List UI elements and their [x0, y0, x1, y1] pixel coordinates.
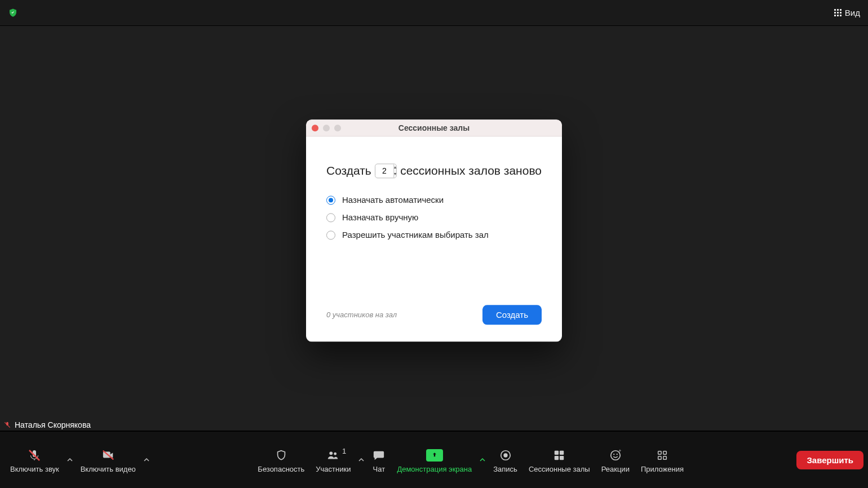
radio-unchecked-icon — [326, 213, 335, 222]
share-screen-button[interactable]: Демонстрация экрана — [391, 442, 477, 478]
apps-icon — [656, 448, 668, 463]
window-maximize-button[interactable] — [334, 125, 341, 131]
record-icon — [499, 448, 512, 463]
video-options-caret[interactable] — [141, 442, 152, 478]
view-button[interactable]: Вид — [834, 8, 860, 17]
apps-button[interactable]: Приложения — [635, 442, 689, 478]
svg-rect-17 — [658, 456, 662, 459]
reactions-label: Реакции — [601, 465, 630, 473]
apps-label: Приложения — [641, 465, 684, 473]
breakout-label: Сессионные залы — [529, 465, 590, 473]
reactions-icon: + — [609, 448, 622, 463]
assign-self-label: Разрешить участникам выбирать зал — [342, 230, 489, 239]
participants-icon: 1 — [326, 448, 340, 463]
svg-rect-10 — [560, 455, 564, 459]
video-label: Включить видео — [81, 465, 136, 473]
participant-self-label: Наталья Скорнякова — [3, 420, 91, 429]
create-rooms-button[interactable]: Создать — [482, 305, 542, 325]
assign-manual-label: Назначать вручную — [342, 212, 418, 222]
svg-point-12 — [613, 454, 614, 455]
assign-manual-radio[interactable]: Назначать вручную — [326, 212, 542, 222]
modal-footer: 0 участников на зал Создать — [306, 305, 562, 341]
svg-rect-9 — [555, 455, 559, 459]
room-count-input[interactable] — [375, 166, 393, 175]
end-meeting-button[interactable]: Завершить — [796, 451, 863, 469]
share-options-caret[interactable] — [477, 442, 488, 478]
video-button[interactable]: Включить видео — [75, 442, 141, 478]
mute-label: Включить звук — [10, 465, 59, 473]
svg-rect-1 — [103, 451, 110, 458]
create-prefix: Создать — [326, 164, 371, 178]
svg-point-13 — [616, 454, 617, 455]
share-label: Демонстрация экрана — [397, 465, 472, 473]
breakout-rooms-dialog: Сессионные залы Создать ▴ ▾ сессионных з… — [306, 119, 562, 341]
svg-rect-7 — [555, 450, 559, 454]
radio-checked-icon — [326, 196, 335, 205]
breakout-rooms-button[interactable]: Сессионные залы — [523, 442, 596, 478]
room-count-stepper[interactable]: ▴ ▾ — [375, 163, 397, 178]
chat-button[interactable]: Чат — [366, 442, 391, 478]
chat-icon — [372, 448, 386, 463]
participants-button[interactable]: 1 Участники — [310, 442, 356, 478]
participants-per-room-note: 0 участников на зал — [326, 310, 397, 319]
assign-auto-label: Назначать автоматически — [342, 195, 444, 205]
svg-rect-15 — [658, 451, 662, 454]
shield-icon[interactable] — [8, 8, 18, 18]
svg-point-6 — [503, 453, 507, 457]
participant-name: Наталья Скорнякова — [15, 420, 91, 429]
svg-text:+: + — [618, 449, 621, 454]
breakout-rooms-icon — [553, 448, 565, 463]
room-count-down-button[interactable]: ▾ — [394, 171, 396, 178]
view-label: Вид — [845, 8, 860, 17]
reactions-button[interactable]: + Реакции — [596, 442, 635, 478]
audio-options-caret[interactable] — [65, 442, 75, 478]
chat-label: Чат — [373, 465, 386, 473]
security-label: Безопасность — [258, 465, 304, 473]
modal-body: Создать ▴ ▾ сессионных залов заново Назн… — [306, 136, 562, 305]
mic-muted-icon — [3, 421, 11, 429]
grid-icon — [834, 9, 842, 16]
video-off-icon — [100, 448, 116, 463]
svg-point-4 — [334, 452, 337, 455]
participants-options-caret[interactable] — [356, 442, 366, 478]
svg-rect-18 — [663, 456, 667, 459]
room-count-up-button[interactable]: ▴ — [394, 164, 396, 171]
security-button[interactable]: Безопасность — [252, 442, 310, 478]
svg-rect-8 — [560, 450, 564, 454]
participants-label: Участники — [316, 465, 351, 473]
assign-self-radio[interactable]: Разрешить участникам выбирать зал — [326, 230, 542, 239]
share-screen-icon — [426, 448, 443, 463]
create-rooms-line: Создать ▴ ▾ сессионных залов заново — [326, 163, 542, 178]
record-label: Запись — [493, 465, 517, 473]
participants-count: 1 — [342, 447, 346, 455]
create-suffix: сессионных залов заново — [400, 164, 542, 178]
mic-muted-icon — [28, 448, 41, 463]
modal-titlebar: Сессионные залы — [306, 119, 562, 136]
assignment-options: Назначать автоматически Назначать вручну… — [326, 195, 542, 239]
shield-outline-icon — [275, 448, 287, 463]
modal-title: Сессионные залы — [306, 123, 562, 132]
radio-unchecked-icon — [326, 230, 335, 239]
record-button[interactable]: Запись — [488, 442, 523, 478]
top-bar: Вид — [0, 0, 868, 26]
mute-button[interactable]: Включить звук — [5, 442, 65, 478]
svg-point-3 — [330, 451, 333, 455]
window-minimize-button[interactable] — [323, 125, 330, 131]
assign-auto-radio[interactable]: Назначать автоматически — [326, 195, 542, 205]
svg-rect-16 — [663, 451, 667, 454]
meeting-toolbar: Включить звук Включить видео Безопасност… — [0, 432, 868, 488]
window-controls — [312, 125, 341, 131]
window-close-button[interactable] — [312, 125, 318, 131]
